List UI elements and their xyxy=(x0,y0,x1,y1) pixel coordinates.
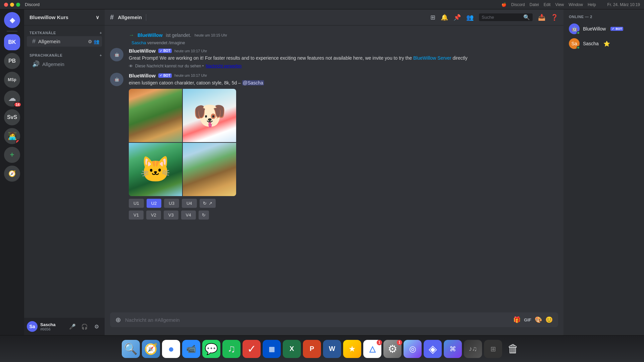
dock-arc[interactable]: ◎ xyxy=(404,340,422,358)
member-item-sascha[interactable]: Sa Sascha ⭐ xyxy=(566,36,641,51)
u3-button[interactable]: U3 xyxy=(164,199,179,208)
dock-sound[interactable]: ♪♫ xyxy=(464,340,482,358)
external-icon: ↗ xyxy=(209,201,212,206)
channel-header: # Allgemein ⊞ 🔔 📌 👥 🔍 📥 ❓ xyxy=(105,9,564,25)
add-attachment-button[interactable]: ⊕ xyxy=(115,316,121,324)
inbox-icon[interactable]: 📥 xyxy=(538,14,545,21)
minimize-button[interactable] xyxy=(10,3,14,7)
notification-icon[interactable]: 🔔 xyxy=(441,14,448,21)
user-info: Sascha #6656 xyxy=(40,322,64,331)
image-grid-cell-3[interactable]: 🐱 xyxy=(129,143,182,196)
image-grid-cell-2[interactable]: 🐶 xyxy=(183,89,236,142)
header-actions: ⊞ 🔔 📌 👥 🔍 📥 ❓ xyxy=(430,13,558,21)
image-grid-cell-4[interactable] xyxy=(183,143,236,196)
generated-image-grid[interactable]: 🐶 🐱 xyxy=(129,89,236,196)
u2-button[interactable]: U2 xyxy=(147,199,162,208)
refresh-upscale-button[interactable]: ↻ ↗ xyxy=(200,199,216,208)
server-icon-bk[interactable]: BK xyxy=(4,34,20,50)
server-icon-svs[interactable]: SvS xyxy=(4,109,20,125)
search-input[interactable] xyxy=(482,15,521,20)
channel-item-allgemein-text[interactable]: # Allgemein ⚙ 👥 xyxy=(27,36,102,47)
user-avatar-icon: Sa xyxy=(29,324,35,329)
slash-command-icon[interactable]: ⊞ xyxy=(430,14,435,21)
channel-hash-icon: # xyxy=(110,13,114,21)
command-message: Sascha verwendet /imagine xyxy=(105,40,564,46)
refresh-variation-button[interactable]: ↻ xyxy=(199,210,209,220)
input-actions: 🎁 GIF 🎨 😊 xyxy=(513,316,553,323)
user-tag: #6656 xyxy=(40,327,64,331)
dock-spotify[interactable]: ♫ xyxy=(222,340,240,358)
server-icon-avatar[interactable]: 🧑‍💻 4 xyxy=(4,128,20,144)
maximize-button[interactable] xyxy=(16,3,20,7)
dock-syspreferences[interactable]: ⚙ 1 xyxy=(383,340,401,358)
message-author-2[interactable]: BlueWillow xyxy=(129,73,156,78)
menu-discord[interactable]: Discord xyxy=(511,2,525,7)
u4-button[interactable]: U4 xyxy=(182,199,197,208)
mute-button[interactable]: 🎤 xyxy=(67,321,78,332)
message-author-1[interactable]: BlueWillow xyxy=(129,48,156,54)
bluewillow-online-dot xyxy=(577,31,580,35)
menu-edit[interactable]: Edit xyxy=(544,2,551,7)
v4-button[interactable]: V4 xyxy=(181,210,196,220)
add-server-button[interactable]: + xyxy=(4,147,20,163)
messages-area[interactable]: → BlueWillow ist gelandet. heute um 10:1… xyxy=(105,25,564,312)
avatar-notification-badge: 4 xyxy=(15,139,20,144)
discard-message-link[interactable]: Nachricht verwerfen xyxy=(206,64,241,68)
v3-button[interactable]: V3 xyxy=(164,210,178,220)
gif-button[interactable]: GIF xyxy=(524,317,531,322)
add-voice-channel-icon[interactable]: + xyxy=(100,53,102,57)
deafen-button[interactable]: 🎧 xyxy=(79,321,90,332)
help-icon[interactable]: ❓ xyxy=(551,14,558,21)
dock-alfred[interactable]: ⌘ xyxy=(444,340,462,358)
menu-help[interactable]: Help xyxy=(588,2,596,7)
channel-invite-icon[interactable]: 👥 xyxy=(94,39,99,44)
member-avatar-bluewillow: 🤖 xyxy=(569,23,580,34)
dock-discord[interactable]: ◈ xyxy=(424,340,442,358)
server-icon-pb[interactable]: PB xyxy=(4,53,20,69)
add-text-channel-icon[interactable]: + xyxy=(100,31,102,35)
dock-powerpoint[interactable]: P xyxy=(303,340,321,358)
message-input[interactable] xyxy=(125,317,509,323)
member-item-bluewillow[interactable]: 🤖 BlueWillow ✓ BOT xyxy=(566,21,641,36)
channel-settings-icon[interactable]: ⚙ xyxy=(88,39,92,44)
dock-whatsapp[interactable]: 💬 xyxy=(202,340,220,358)
v2-button[interactable]: V2 xyxy=(146,210,161,220)
mac-dock: 🔍 🧭 ● 📹 💬 ♫ ✓ ▦ X P W ★ △ 1 ⚙ 1 ◎ ◈ ⌘ ♪♫… xyxy=(0,335,644,362)
menu-window[interactable]: Window xyxy=(569,2,583,7)
server-bk-label: BK xyxy=(8,39,16,45)
bluewillow-server-link[interactable]: BlueWillow Server xyxy=(413,55,451,61)
dock-word[interactable]: W xyxy=(323,340,341,358)
u1-button[interactable]: U1 xyxy=(129,199,144,208)
dock-gdrive[interactable]: △ 1 xyxy=(363,340,381,358)
dock-zoom[interactable]: 📹 xyxy=(182,340,200,358)
server-icon-cloud[interactable]: ☁ 14 xyxy=(4,90,20,107)
menu-apple[interactable]: 🍎 xyxy=(501,2,506,7)
server-icon-msp[interactable]: MSp xyxy=(4,72,20,88)
dock-trello[interactable]: ▦ xyxy=(263,340,281,358)
server-header[interactable]: Bluewillow Kurs ∨ xyxy=(24,9,105,25)
emoji-button[interactable]: 😊 xyxy=(545,316,553,323)
dock-spaces[interactable]: ⊞ xyxy=(484,340,502,358)
dock-bezel[interactable]: ★ xyxy=(343,340,361,358)
sticker-button[interactable]: 🎨 xyxy=(535,316,542,323)
v1-button[interactable]: V1 xyxy=(129,210,144,220)
voice-channels-label: SPRACHKANÄLE xyxy=(30,53,62,57)
dock-finder[interactable]: 🔍 xyxy=(122,340,140,358)
discover-button[interactable]: 🧭 xyxy=(4,166,20,182)
channel-item-allgemein-voice[interactable]: 🔊 Allgemein xyxy=(27,59,102,69)
menu-view[interactable]: View xyxy=(555,2,564,7)
dock-todoist[interactable]: ✓ xyxy=(243,340,261,358)
close-button[interactable] xyxy=(4,3,8,7)
dock-chrome[interactable]: ● xyxy=(162,340,180,358)
members-icon[interactable]: 👥 xyxy=(466,14,474,21)
discord-home-button[interactable]: ◈ xyxy=(4,12,20,28)
dock-excel[interactable]: X xyxy=(283,340,301,358)
system-message-time: heute um 10:15 Uhr xyxy=(195,33,227,37)
dock-trash[interactable]: 🗑 xyxy=(504,340,522,358)
gift-button[interactable]: 🎁 xyxy=(513,316,521,323)
menu-file[interactable]: Datei xyxy=(530,2,539,7)
pin-icon[interactable]: 📌 xyxy=(453,14,461,21)
image-grid-cell-1[interactable] xyxy=(129,89,182,142)
user-settings-button[interactable]: ⚙ xyxy=(91,321,102,332)
dock-safari[interactable]: 🧭 xyxy=(142,340,160,358)
